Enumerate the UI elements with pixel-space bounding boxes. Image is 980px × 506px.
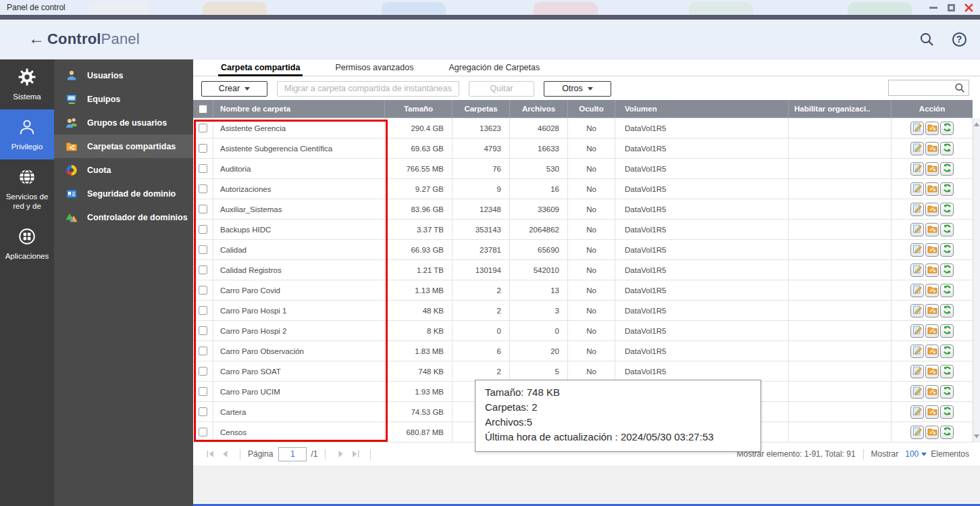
cell-folder-name[interactable]: Carro Paro UCIM: [213, 382, 385, 401]
edit-action-button[interactable]: [910, 182, 924, 196]
folder-permission-action-button[interactable]: [925, 223, 939, 236]
folder-permission-action-button[interactable]: [925, 263, 939, 277]
refresh-action-button[interactable]: [940, 203, 954, 216]
row-checkbox[interactable]: [199, 347, 207, 355]
sidebar-section-servicios[interactable]: Servicios de red y de: [0, 159, 54, 219]
row-checkbox[interactable]: [199, 428, 207, 436]
sidebar-item-grupos-de-usuarios[interactable]: Grupos de usuarios: [54, 111, 193, 134]
folder-permission-action-button[interactable]: [925, 385, 939, 399]
row-checkbox[interactable]: [199, 124, 207, 132]
table-row[interactable]: Carro Paro Observación1.83 MB620NoDataVo…: [193, 341, 973, 361]
edit-action-button[interactable]: [910, 162, 924, 176]
sidebar-section-sistema[interactable]: Sistema: [0, 59, 54, 109]
row-checkbox[interactable]: [199, 184, 207, 193]
remove-button[interactable]: Quitar: [469, 81, 534, 97]
row-checkbox[interactable]: [199, 326, 207, 335]
cell-folder-name[interactable]: Carro Paro SOAT: [213, 361, 385, 381]
refresh-action-button[interactable]: [940, 162, 954, 176]
cell-folder-name[interactable]: Carro Paro Hospi 1: [213, 301, 385, 320]
sidebar-item-carpetas-compartidas[interactable]: Carpetas compartidas: [54, 134, 193, 158]
row-checkbox[interactable]: [199, 367, 207, 376]
edit-action-button[interactable]: [910, 284, 924, 297]
prev-page-icon[interactable]: [220, 450, 230, 458]
refresh-action-button[interactable]: [940, 263, 954, 277]
row-checkbox[interactable]: [199, 144, 207, 153]
refresh-action-button[interactable]: [940, 405, 954, 419]
folder-search-input[interactable]: [889, 83, 954, 93]
column-header-size[interactable]: Tamaño: [385, 100, 453, 118]
row-checkbox[interactable]: [199, 164, 207, 173]
cell-folder-name[interactable]: Autorizaciones: [213, 179, 385, 199]
cell-folder-name[interactable]: Auxiliar_Sistemas: [213, 199, 385, 219]
cell-folder-name[interactable]: Backups HIDC: [213, 220, 385, 239]
cell-folder-name[interactable]: Asistente Subgerencia Científica: [213, 138, 385, 158]
refresh-action-button[interactable]: [940, 142, 954, 155]
folder-permission-action-button[interactable]: [925, 405, 939, 419]
table-row[interactable]: Asistente Gerencia290.4 GB1362346028NoDa…: [193, 118, 973, 138]
sidebar-item-cuota[interactable]: Cuota: [54, 158, 193, 182]
folder-permission-action-button[interactable]: [925, 304, 939, 318]
back-arrow-icon[interactable]: ←: [28, 29, 45, 48]
cell-folder-name[interactable]: Carro Paro Observación: [213, 341, 385, 361]
help-icon[interactable]: ?: [950, 30, 968, 48]
refresh-action-button[interactable]: [940, 182, 954, 196]
table-row[interactable]: Calidad Registros1.21 TB130194542010NoDa…: [193, 260, 973, 280]
tab-agregacion-de-carpetas[interactable]: Agregación de Carpetas: [446, 59, 542, 76]
edit-action-button[interactable]: [910, 385, 924, 399]
refresh-action-button[interactable]: [940, 243, 954, 257]
edit-action-button[interactable]: [910, 122, 924, 135]
table-row[interactable]: Autorizaciones9.27 GB916NoDataVol1R5: [193, 179, 973, 199]
refresh-action-button[interactable]: [940, 324, 954, 338]
row-checkbox[interactable]: [199, 407, 207, 416]
table-row[interactable]: Asistente Subgerencia Científica69.63 GB…: [193, 138, 973, 159]
column-header-files[interactable]: Archivos: [510, 100, 568, 118]
row-checkbox[interactable]: [199, 306, 207, 315]
row-checkbox[interactable]: [199, 387, 207, 396]
maximize-button[interactable]: [946, 3, 956, 12]
vertical-scrollbar[interactable]: [973, 118, 980, 442]
row-checkbox[interactable]: [199, 225, 207, 234]
edit-action-button[interactable]: [910, 304, 924, 318]
folder-permission-action-button[interactable]: [925, 162, 939, 176]
select-all-checkbox[interactable]: [199, 105, 207, 113]
refresh-action-button[interactable]: [940, 365, 954, 378]
edit-action-button[interactable]: [910, 142, 924, 155]
edit-action-button[interactable]: [910, 405, 924, 419]
migrate-button[interactable]: Migrar a carpeta compartida de instantán…: [277, 81, 459, 97]
refresh-action-button[interactable]: [940, 304, 954, 318]
edit-action-button[interactable]: [910, 203, 924, 216]
folder-permission-action-button[interactable]: [925, 345, 939, 358]
tab-carpeta-compartida[interactable]: Carpeta compartida: [218, 59, 303, 76]
edit-action-button[interactable]: [910, 324, 924, 338]
row-checkbox[interactable]: [199, 245, 207, 254]
refresh-action-button[interactable]: [940, 385, 954, 399]
refresh-action-button[interactable]: [940, 345, 954, 358]
cell-folder-name[interactable]: Calidad: [213, 240, 385, 259]
first-page-icon[interactable]: [205, 450, 215, 458]
last-page-icon[interactable]: [351, 450, 360, 458]
folder-permission-action-button[interactable]: [925, 284, 939, 297]
edit-action-button[interactable]: [910, 223, 924, 236]
column-header-organization[interactable]: Habilitar organizaci..: [789, 100, 892, 118]
cell-folder-name[interactable]: Cartera: [213, 402, 385, 422]
folder-permission-action-button[interactable]: [925, 203, 939, 216]
row-checkbox[interactable]: [199, 205, 207, 213]
refresh-action-button[interactable]: [940, 426, 954, 439]
scroll-up-icon[interactable]: [973, 120, 980, 129]
folder-permission-action-button[interactable]: [925, 142, 939, 155]
table-row[interactable]: Auxiliar_Sistemas83.96 GB1234833609NoDat…: [193, 199, 973, 220]
column-header-action[interactable]: Acción: [892, 100, 973, 118]
others-button[interactable]: Otros: [544, 81, 611, 97]
table-row[interactable]: Auditoria766.55 MB76530NoDataVol1R5: [193, 159, 973, 179]
sidebar-item-equipos[interactable]: Equipos: [54, 87, 193, 111]
sidebar-item-usuarios[interactable]: Usuarios: [54, 64, 193, 87]
cell-folder-name[interactable]: Auditoria: [213, 159, 385, 178]
tab-permisos-avanzados[interactable]: Permisos avanzados: [332, 59, 416, 76]
refresh-action-button[interactable]: [940, 284, 954, 297]
sidebar-section-privilegio[interactable]: Privilegio: [0, 109, 54, 159]
refresh-action-button[interactable]: [940, 122, 954, 135]
column-header-hidden[interactable]: Oculto: [568, 100, 615, 118]
minimize-button[interactable]: [929, 3, 938, 12]
refresh-action-button[interactable]: [940, 223, 954, 236]
column-header-folders[interactable]: Carpetas: [453, 100, 510, 118]
